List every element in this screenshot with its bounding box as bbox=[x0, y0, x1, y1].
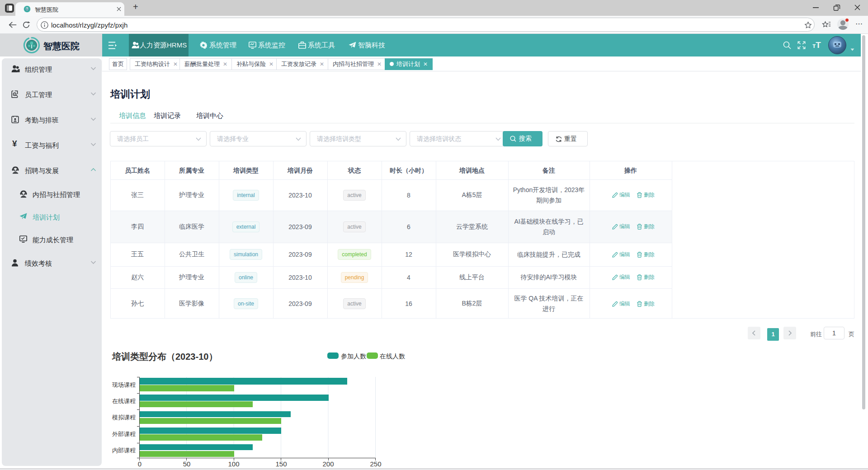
svg-text:外部课程: 外部课程 bbox=[112, 431, 136, 437]
svg-text:0: 0 bbox=[138, 460, 142, 468]
svg-text:50: 50 bbox=[183, 460, 191, 468]
svg-text:200: 200 bbox=[322, 460, 334, 468]
svg-text:100: 100 bbox=[228, 460, 239, 468]
svg-text:模拟课程: 模拟课程 bbox=[112, 414, 136, 421]
svg-text:150: 150 bbox=[275, 460, 287, 468]
svg-text:在线课程: 在线课程 bbox=[112, 398, 136, 404]
svg-text:现场课程: 现场课程 bbox=[112, 381, 136, 388]
svg-text:250: 250 bbox=[370, 460, 381, 468]
svg-text:内部课程: 内部课程 bbox=[112, 447, 136, 454]
